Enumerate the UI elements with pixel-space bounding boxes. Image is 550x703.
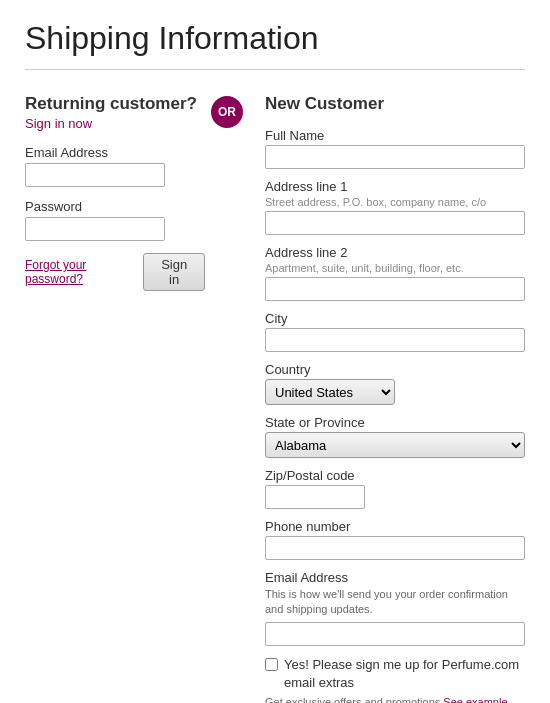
email-address-label: Email Address <box>265 570 525 585</box>
phone-input[interactable] <box>265 536 525 560</box>
city-label: City <box>265 311 525 326</box>
zip-label: Zip/Postal code <box>265 468 525 483</box>
password-input[interactable] <box>25 217 165 241</box>
password-label: Password <box>25 199 205 214</box>
new-customer-title: New Customer <box>265 94 525 114</box>
full-name-label: Full Name <box>265 128 525 143</box>
sign-in-button[interactable]: Sign in <box>143 253 205 291</box>
address2-input[interactable] <box>265 277 525 301</box>
get-exclusive-text: Get exclusive offers and promotions See … <box>265 696 525 703</box>
email-extras-checkbox[interactable] <box>265 658 278 671</box>
page-title: Shipping Information <box>25 20 525 70</box>
zip-input[interactable] <box>265 485 365 509</box>
email-sublabel: This is how we'll send you your order co… <box>265 587 525 618</box>
address2-sublabel: Apartment, suite, unit, building, floor,… <box>265 262 525 274</box>
country-label: Country <box>265 362 525 377</box>
state-select[interactable]: Alabama Alaska Arizona Arkansas Californ… <box>265 432 525 458</box>
phone-label: Phone number <box>265 519 525 534</box>
email-input[interactable] <box>25 163 165 187</box>
address1-label: Address line 1 <box>265 179 525 194</box>
forgot-password-link[interactable]: Forgot your password? <box>25 258 135 286</box>
state-label: State or Province <box>265 415 525 430</box>
returning-customer-title: Returning customer? <box>25 94 205 114</box>
or-badge: OR <box>211 96 243 128</box>
see-example-link[interactable]: See example <box>443 696 507 703</box>
full-name-input[interactable] <box>265 145 525 169</box>
address1-input[interactable] <box>265 211 525 235</box>
address1-sublabel: Street address, P.O. box, company name, … <box>265 196 525 208</box>
email-label: Email Address <box>25 145 205 160</box>
city-input[interactable] <box>265 328 525 352</box>
email-extras-label: Yes! Please sign me up for Perfume.com e… <box>284 656 525 692</box>
country-select[interactable]: United States Canada United Kingdom <box>265 379 395 405</box>
email-address-input[interactable] <box>265 622 525 646</box>
address2-label: Address line 2 <box>265 245 525 260</box>
sign-in-now-link[interactable]: Sign in now <box>25 116 205 131</box>
